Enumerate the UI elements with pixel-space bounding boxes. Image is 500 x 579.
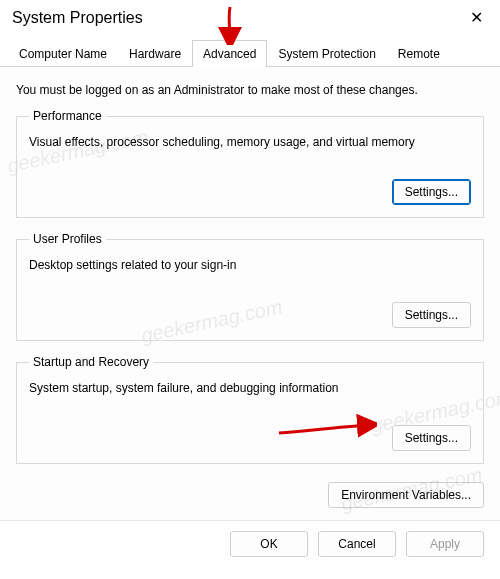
close-button[interactable]: ✕ [464, 8, 488, 27]
startup-recovery-legend: Startup and Recovery [29, 355, 153, 369]
tab-system-protection[interactable]: System Protection [267, 40, 386, 67]
performance-legend: Performance [29, 109, 106, 123]
advanced-panel: You must be logged on as an Administrato… [0, 67, 500, 520]
dialog-button-row: OK Cancel Apply [0, 520, 500, 569]
user-profiles-settings-button[interactable]: Settings... [392, 302, 471, 328]
ok-button[interactable]: OK [230, 531, 308, 557]
performance-group: Performance Visual effects, processor sc… [16, 109, 484, 218]
titlebar: System Properties ✕ [0, 0, 500, 35]
performance-desc: Visual effects, processor scheduling, me… [29, 135, 471, 149]
user-profiles-desc: Desktop settings related to your sign-in [29, 258, 471, 272]
admin-notice: You must be logged on as an Administrato… [16, 83, 484, 97]
startup-recovery-group: Startup and Recovery System startup, sys… [16, 355, 484, 464]
user-profiles-group: User Profiles Desktop settings related t… [16, 232, 484, 341]
user-profiles-legend: User Profiles [29, 232, 106, 246]
window-title: System Properties [12, 9, 143, 27]
environment-variables-button[interactable]: Environment Variables... [328, 482, 484, 508]
tab-remote[interactable]: Remote [387, 40, 451, 67]
apply-button[interactable]: Apply [406, 531, 484, 557]
tab-hardware[interactable]: Hardware [118, 40, 192, 67]
tab-computer-name[interactable]: Computer Name [8, 40, 118, 67]
startup-recovery-desc: System startup, system failure, and debu… [29, 381, 471, 395]
tab-strip: Computer Name Hardware Advanced System P… [0, 39, 500, 67]
performance-settings-button[interactable]: Settings... [392, 179, 471, 205]
cancel-button[interactable]: Cancel [318, 531, 396, 557]
tab-advanced[interactable]: Advanced [192, 40, 267, 67]
startup-recovery-settings-button[interactable]: Settings... [392, 425, 471, 451]
